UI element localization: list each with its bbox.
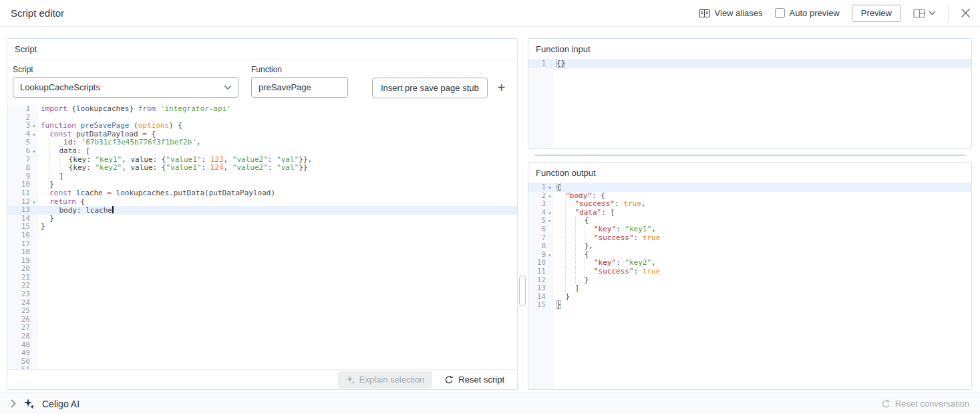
code-line: 15} (7, 223, 517, 231)
auto-preview-toggle[interactable]: Auto preview (775, 8, 840, 18)
fold-arrow-icon[interactable]: ▾ (30, 147, 38, 156)
code-line: 21 (7, 274, 517, 282)
fold-spacer (546, 284, 554, 293)
view-aliases-button[interactable]: View aliases (699, 8, 763, 18)
fold-spacer (30, 223, 38, 231)
code-text: {key: "key2", value: {"value1": 124, "va… (38, 164, 307, 173)
code-line: 28 (7, 332, 517, 341)
aliases-book-icon (699, 9, 710, 18)
line-number: 23 (7, 290, 38, 299)
line-number: 2 (7, 114, 38, 122)
close-button[interactable] (961, 8, 971, 18)
page-title: Script editor (11, 7, 64, 19)
function-output-editor[interactable]: 1▾{2▾ "body": {3 "success": true,4▾ "dat… (528, 183, 971, 389)
fold-spacer (30, 274, 38, 282)
chevron-right-icon (11, 399, 16, 408)
fold-arrow-icon[interactable]: ▾ (30, 198, 38, 207)
celigo-ai-label: Celigo AI (42, 399, 79, 409)
code-line: 26 (7, 316, 517, 324)
fold-arrow-icon[interactable]: ▾ (30, 130, 38, 139)
fold-spacer (30, 114, 38, 122)
code-text (38, 257, 41, 266)
line-number: 18 (7, 248, 38, 257)
function-input-editor[interactable]: 1{} (528, 60, 971, 148)
fold-spacer (546, 276, 554, 285)
fold-spacer (546, 268, 554, 276)
fold-spacer (30, 173, 38, 181)
code-text (38, 248, 41, 257)
auto-preview-checkbox[interactable] (775, 8, 785, 18)
fold-spacer (546, 293, 554, 302)
fold-spacer (30, 206, 38, 215)
line-number: 3▾ (7, 122, 38, 130)
code-text (38, 358, 41, 367)
code-text (38, 324, 41, 332)
fold-spacer (30, 341, 38, 350)
function-field-label: Function (251, 65, 348, 74)
reset-conversation-label: Reset conversation (895, 399, 969, 409)
fold-spacer (546, 259, 554, 268)
fold-spacer (30, 349, 38, 358)
line-number: 13 (7, 206, 38, 215)
fold-arrow-icon[interactable]: ▾ (30, 122, 38, 130)
code-line: 22 (7, 282, 517, 290)
fold-arrow-icon[interactable]: ▾ (546, 192, 554, 201)
insert-stub-button[interactable]: Insert pre save page stub (372, 78, 488, 98)
function-input[interactable]: preSavePage (251, 77, 348, 98)
line-number: 5 (7, 138, 38, 147)
code-line: 50 (7, 358, 517, 367)
fold-spacer (30, 366, 38, 369)
code-text (38, 231, 41, 240)
function-input-title: Function input (528, 39, 971, 60)
line-number: 3 (528, 200, 554, 209)
layout-switcher-button[interactable] (913, 9, 936, 18)
code-text (38, 307, 41, 316)
reset-icon (444, 375, 454, 385)
fold-arrow-icon[interactable]: ▾ (546, 217, 554, 225)
code-text (38, 282, 41, 290)
code-line: 51 (7, 366, 517, 369)
fold-arrow-icon[interactable]: ▾ (546, 183, 554, 192)
script-select[interactable]: LookupCacheScripts (13, 77, 239, 98)
celigo-ai-sparkle-icon (23, 398, 35, 409)
fold-spacer (30, 332, 38, 341)
code-text (38, 240, 41, 249)
function-field: Function preSavePage (251, 65, 348, 98)
function-output-panel: Function output 1▾{2▾ "body": {3 "succes… (528, 162, 972, 390)
line-number: 11 (7, 189, 38, 198)
explain-selection-button[interactable]: Explain selection (338, 371, 433, 389)
fold-arrow-icon[interactable]: ▾ (546, 251, 554, 260)
script-editor-window: Script editor View aliases Auto (0, 0, 980, 414)
code-line: 14 } (528, 293, 971, 302)
reset-script-button[interactable]: Reset script (438, 371, 511, 389)
script-field-label: Script (13, 65, 239, 74)
sparkle-icon (346, 375, 355, 385)
script-code-editor[interactable]: 1import {lookupcaches} from 'integrator-… (7, 105, 517, 369)
code-text (38, 265, 41, 274)
fold-spacer (30, 156, 38, 165)
code-line: 27 (7, 324, 517, 332)
script-panel-footer: Explain selection Reset script (7, 369, 517, 389)
fold-spacer (30, 257, 38, 266)
celigo-ai-bar: Celigo AI Reset conversation (0, 393, 980, 414)
code-text (38, 341, 41, 350)
add-script-button[interactable]: + (498, 78, 506, 98)
vertical-resize-handle[interactable] (519, 276, 526, 306)
code-line: 12 } (528, 276, 971, 285)
fold-arrow-icon[interactable]: ▾ (546, 209, 554, 217)
horizontal-resize-handle[interactable] (534, 154, 965, 156)
line-number: 1 (528, 60, 554, 68)
preview-button[interactable]: Preview (852, 5, 901, 22)
celigo-ai-expander[interactable]: Celigo AI (11, 398, 79, 409)
reset-conversation-button[interactable]: Reset conversation (881, 399, 969, 409)
code-text (38, 274, 41, 282)
fold-spacer (546, 60, 554, 68)
code-text: } (38, 223, 45, 231)
code-text: return { (38, 198, 85, 207)
fold-spacer (30, 290, 38, 299)
fold-spacer (30, 358, 38, 367)
code-text (38, 366, 41, 369)
chevron-down-icon (929, 11, 936, 15)
fold-spacer (546, 234, 554, 243)
code-text: {} (554, 60, 565, 68)
